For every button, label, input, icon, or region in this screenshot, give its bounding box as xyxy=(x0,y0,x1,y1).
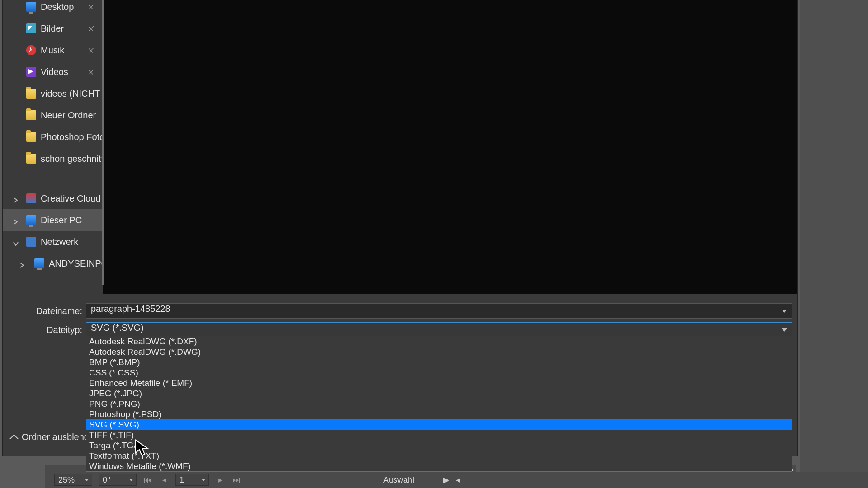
dialog-upper: Desktop Bilder Musik Videos videos (NICH… xyxy=(3,0,797,294)
filetype-option[interactable]: BMP (*.BMP) xyxy=(86,357,792,367)
page-next-button[interactable]: ▸ xyxy=(215,475,225,485)
folder-tree-sidebar: Desktop Bilder Musik Videos videos (NICH… xyxy=(3,0,103,294)
pictures-icon xyxy=(26,23,36,33)
filetype-option[interactable]: Autodesk RealDWG (*.DWG) xyxy=(86,347,792,357)
selection-tool-label: Auswahl xyxy=(383,475,414,485)
filetype-value: SVG (*.SVG) xyxy=(91,323,144,333)
filetype-row: Dateityp: SVG (*.SVG) xyxy=(8,322,792,338)
page-prev-button[interactable]: ◂ xyxy=(159,475,169,485)
pc-icon xyxy=(26,215,36,225)
sidebar-item-label: videos (NICHT F xyxy=(41,89,103,99)
sidebar-item-label: Photoshop Foto xyxy=(41,132,103,142)
sidebar-item-videos[interactable]: Videos xyxy=(3,61,103,83)
filetype-option[interactable]: Enhanced Metafile (*.EMF) xyxy=(86,378,792,388)
save-fields: Dateiname: paragraph-1485228 Dateityp: S… xyxy=(3,300,797,341)
video-icon xyxy=(26,67,36,77)
filetype-option[interactable]: Autodesk RealDWG (*.DXF) xyxy=(86,336,792,347)
filetype-combobox[interactable]: SVG (*.SVG) xyxy=(86,322,792,338)
prev-icon[interactable]: ◂ xyxy=(456,475,460,485)
filename-label: Dateiname: xyxy=(8,306,86,316)
chevron-down-icon[interactable] xyxy=(127,479,135,481)
sidebar-network-host[interactable]: ANDYSEINPC xyxy=(3,253,103,274)
filetype-option[interactable]: Photoshop (*.PSD) xyxy=(86,409,792,419)
music-icon xyxy=(26,45,36,55)
chevron-down-icon[interactable] xyxy=(83,479,91,481)
sidebar-splitter[interactable] xyxy=(102,0,104,285)
sidebar-item-musik[interactable]: Musik xyxy=(3,39,103,61)
sidebar-item-label: Bilder xyxy=(41,23,64,34)
chevron-up-icon xyxy=(9,434,19,443)
pc-icon xyxy=(34,258,44,268)
play-icon[interactable]: ▶ xyxy=(443,475,449,485)
page-last-button[interactable]: ⏭ xyxy=(231,475,241,485)
chevron-right-icon[interactable] xyxy=(19,260,25,267)
sidebar-root-creative-cloud[interactable]: Creative Cloud F xyxy=(3,188,103,209)
filetype-label: Dateityp: xyxy=(8,325,86,335)
hide-folders-label: Ordner ausblende xyxy=(22,432,94,442)
sidebar-item-label: Dieser PC xyxy=(41,215,82,225)
filetype-option[interactable]: JPEG (*.JPG) xyxy=(86,388,792,399)
hide-folders-toggle[interactable]: Ordner ausblende xyxy=(11,432,94,442)
filetype-option[interactable]: CSS (*.CSS) xyxy=(86,367,792,378)
network-icon xyxy=(26,237,36,247)
sidebar-item-label: Netzwerk xyxy=(41,237,78,247)
filename-row: Dateiname: paragraph-1485228 xyxy=(8,303,792,319)
folder-icon xyxy=(26,154,36,164)
sidebar-item-label: Creative Cloud F xyxy=(41,193,103,204)
zoom-value[interactable]: 25% xyxy=(56,475,83,485)
filename-input[interactable]: paragraph-1485228 xyxy=(86,303,792,319)
filename-value: paragraph-1485228 xyxy=(91,304,170,314)
page-first-button[interactable]: ⏮ xyxy=(143,475,153,485)
sidebar-item-folder[interactable]: Photoshop Foto xyxy=(3,126,103,148)
sidebar-item-label: Videos xyxy=(41,67,68,77)
filetype-option[interactable]: PNG (*.PNG) xyxy=(86,399,792,409)
sidebar-item-folder[interactable]: videos (NICHT F xyxy=(3,83,103,104)
sidebar-item-label: Neuer Ordner xyxy=(41,110,96,121)
playback-controls: ▶ ◂ xyxy=(443,475,460,485)
sidebar-item-desktop[interactable]: Desktop xyxy=(3,0,103,18)
chevron-down-icon[interactable] xyxy=(199,479,208,481)
filetype-option[interactable]: TIFF (*.TIF) xyxy=(86,430,792,440)
filetype-option[interactable]: Textformat (*.TXT) xyxy=(86,450,792,461)
filetype-dropdown-list[interactable]: Autodesk RealDWG (*.DXF)Autodesk RealDWG… xyxy=(86,336,792,472)
chevron-right-icon[interactable] xyxy=(13,195,19,202)
folder-icon xyxy=(26,89,36,99)
filetype-option[interactable]: SVG (*.SVG) xyxy=(86,419,792,430)
sidebar-root-network[interactable]: Netzwerk xyxy=(3,231,103,253)
filetype-option[interactable]: Targa (*.TGA) xyxy=(86,440,792,450)
rotation-control[interactable]: 0° xyxy=(99,474,137,486)
app-status-bar: 25% 0° ⏮ ◂ 1 ▸ ⏭ Auswahl ▶ ◂ xyxy=(45,472,868,488)
sidebar-item-bilder[interactable]: Bilder xyxy=(3,18,103,39)
rotation-value[interactable]: 0° xyxy=(100,475,127,485)
sidebar-root-this-pc[interactable]: Dieser PC xyxy=(3,209,103,231)
page-control[interactable]: 1 xyxy=(175,474,209,486)
sidebar-item-label: schon geschnitt xyxy=(41,154,103,164)
folder-icon xyxy=(26,110,36,120)
folder-icon xyxy=(26,132,36,142)
chevron-down-icon[interactable] xyxy=(13,239,19,245)
sidebar-item-folder[interactable]: Neuer Ordner xyxy=(3,104,103,126)
sidebar-item-label: Desktop xyxy=(41,2,74,12)
sidebar-item-folder[interactable]: schon geschnitt xyxy=(3,148,103,169)
chevron-right-icon[interactable] xyxy=(13,217,19,223)
creative-cloud-icon xyxy=(26,193,36,203)
filetype-option[interactable]: Windows Metafile (*.WMF) xyxy=(86,461,792,471)
file-list-area[interactable] xyxy=(103,0,797,294)
app-right-panel xyxy=(800,0,868,472)
zoom-control[interactable]: 25% xyxy=(54,474,92,486)
sidebar-item-label: ANDYSEINPC xyxy=(49,258,103,269)
page-value[interactable]: 1 xyxy=(177,475,199,485)
desktop-icon xyxy=(26,2,36,12)
sidebar-item-label: Musik xyxy=(41,45,64,56)
save-dialog: Desktop Bilder Musik Videos videos (NICH… xyxy=(2,0,798,456)
